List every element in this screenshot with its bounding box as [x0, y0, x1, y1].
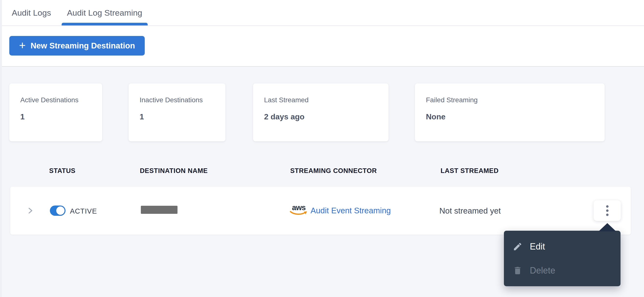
- stat-card-active-destinations: Active Destinations 1: [9, 83, 102, 141]
- plus-icon: +: [19, 40, 26, 51]
- kebab-dot: [606, 205, 608, 208]
- stat-value: None: [426, 112, 597, 121]
- tabs-bar: Audit Logs Audit Log Streaming: [0, 0, 644, 26]
- aws-logo: aws: [289, 204, 308, 216]
- menu-item-edit[interactable]: Edit: [504, 235, 620, 258]
- active-tab-underline: [62, 23, 148, 26]
- column-header-status: STATUS: [49, 167, 76, 175]
- tab-audit-logs-label: Audit Logs: [12, 8, 51, 18]
- status-badge: ACTIVE: [70, 207, 97, 215]
- row-expand-chevron[interactable]: [26, 206, 34, 215]
- stat-label: Active Destinations: [20, 96, 95, 104]
- column-header-last-streamed: LAST STREAMED: [440, 167, 498, 175]
- menu-item-edit-label: Edit: [530, 241, 545, 252]
- tab-audit-logs[interactable]: Audit Logs: [12, 0, 51, 26]
- audit-log-streaming-page: Audit Logs Audit Log Streaming + New Str…: [0, 0, 644, 297]
- chevron-right-icon: [26, 206, 34, 215]
- actions-bar: + New Streaming Destination: [0, 26, 644, 67]
- destination-name-redacted: [141, 206, 178, 214]
- audit-event-streaming-link[interactable]: Audit Event Streaming: [310, 206, 391, 215]
- pencil-icon: [513, 242, 522, 251]
- window-edge-strip: [0, 0, 2, 297]
- stat-card-last-streamed: Last Streamed 2 days ago: [253, 83, 388, 141]
- last-streamed-value: Not streamed yet: [439, 206, 501, 215]
- stat-label: Inactive Destinations: [140, 96, 218, 104]
- stat-value: 2 days ago: [264, 112, 381, 121]
- stat-card-inactive-destinations: Inactive Destinations 1: [128, 83, 226, 141]
- status-toggle[interactable]: [50, 205, 66, 216]
- column-header-streaming-connector: STREAMING CONNECTOR: [290, 167, 377, 175]
- aws-wordmark: aws: [289, 204, 308, 211]
- tab-audit-log-streaming-label: Audit Log Streaming: [67, 8, 142, 18]
- stat-label: Last Streamed: [264, 96, 381, 104]
- toggle-knob: [56, 206, 64, 215]
- content-area: Active Destinations 1 Inactive Destinati…: [0, 67, 644, 297]
- new-streaming-destination-label: New Streaming Destination: [30, 41, 135, 50]
- table-row: ACTIVE aws Audit Event Streaming Not str…: [10, 187, 631, 235]
- stat-value: 1: [20, 112, 95, 121]
- trash-icon: [513, 266, 522, 275]
- tab-audit-log-streaming[interactable]: Audit Log Streaming: [67, 0, 142, 26]
- kebab-dot: [606, 209, 608, 212]
- stat-card-failed-streaming: Failed Streaming None: [415, 83, 605, 141]
- row-actions-kebab-button[interactable]: [594, 200, 621, 221]
- stat-label: Failed Streaming: [426, 96, 597, 104]
- menu-item-delete[interactable]: Delete: [504, 258, 620, 282]
- menu-item-delete-label: Delete: [530, 265, 555, 276]
- new-streaming-destination-button[interactable]: + New Streaming Destination: [9, 36, 145, 56]
- context-menu-arrow: [598, 223, 616, 231]
- row-actions-context-menu: Edit Delete: [504, 231, 620, 286]
- stat-value: 1: [140, 112, 218, 121]
- column-header-destination-name: DESTINATION NAME: [140, 167, 208, 175]
- kebab-dot: [606, 214, 608, 216]
